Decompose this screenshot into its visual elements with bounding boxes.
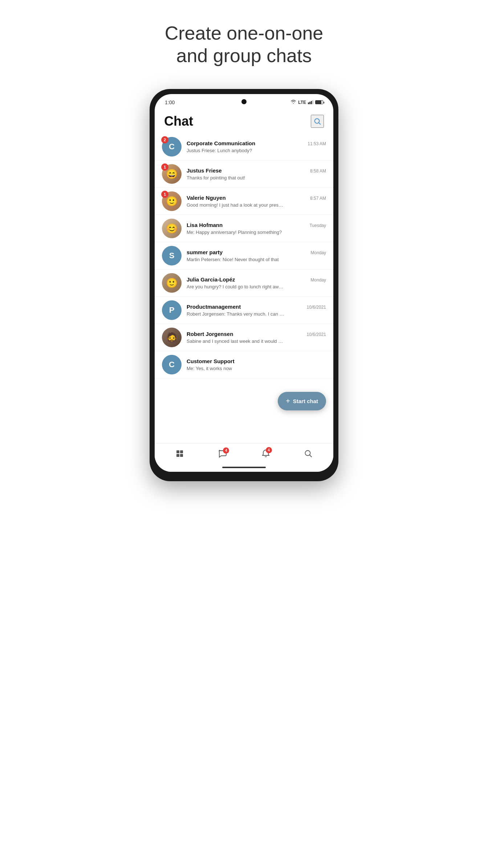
lte-indicator: LTE (298, 100, 306, 105)
camera-notch (241, 99, 247, 104)
avatar-container: C 2 (162, 137, 182, 157)
svg-line-7 (310, 455, 312, 457)
chat-item[interactable]: 🙂 Julia Garcia-Lopéz Monday Are you hung… (155, 269, 333, 297)
unread-badge: 2 (161, 136, 168, 143)
plus-icon: + (286, 397, 290, 405)
avatar-container: P (162, 300, 182, 320)
chat-name: summer party (187, 249, 223, 255)
phone-frame: 1:00 LTE (150, 89, 338, 481)
chat-preview: Robert Jorgensen: Thanks very much. I ca… (187, 311, 326, 317)
status-icons: LTE (290, 100, 323, 105)
avatar: P (162, 300, 182, 320)
search-nav-icon (304, 450, 312, 460)
app-header: Chat (155, 108, 333, 133)
chat-content: Valerie Nguyen 8:57 AM Good morning! I j… (187, 195, 326, 208)
chat-top: Customer Support (187, 358, 326, 364)
chat-item[interactable]: 🧔 Robert Jorgensen 10/6/2021 Sabine and … (155, 324, 333, 351)
avatar-container: 🙂 1 (162, 191, 182, 211)
home-indicator (155, 464, 333, 472)
chat-top: Lisa Hofmann Tuesday (187, 222, 326, 228)
unread-badge: 1 (161, 163, 168, 171)
svg-rect-3 (180, 450, 183, 453)
nav-grid[interactable] (171, 448, 189, 461)
chat-name: Lisa Hofmann (187, 222, 223, 228)
svg-rect-4 (176, 454, 179, 457)
chat-top: Valerie Nguyen 8:57 AM (187, 195, 326, 201)
chat-name: Customer Support (187, 358, 235, 364)
chat-time: Tuesday (309, 223, 326, 228)
chat-content: Customer Support Me: Yes, it works now (187, 358, 326, 371)
phone-screen: 1:00 LTE (155, 94, 333, 472)
chat-preview: Me: Happy anniversary! Planning somethin… (187, 230, 326, 235)
nav-chat[interactable]: 4 (213, 448, 232, 461)
chat-top: summer party Monday (187, 249, 326, 255)
chat-preview: Justus Friese: Lunch anybody? (187, 148, 326, 153)
chat-name: Productmanagement (187, 304, 241, 310)
chat-name: Julia Garcia-Lopéz (187, 276, 235, 283)
avatar-container: 🙂 (162, 273, 182, 293)
grid-icon (176, 450, 184, 460)
chat-item[interactable]: C 2 Corporate Communication 11:53 AM Jus… (155, 133, 333, 161)
status-time: 1:00 (165, 100, 175, 105)
start-chat-button[interactable]: + Start chat (278, 392, 326, 410)
chat-icon: 4 (218, 450, 227, 460)
chat-content: Justus Friese 8:58 AM Thanks for pointin… (187, 167, 326, 181)
chat-content: summer party Monday Martin Petersen: Nic… (187, 249, 326, 262)
svg-line-1 (319, 123, 320, 124)
page-headline: Create one-on-one and group chats (165, 22, 324, 67)
chat-preview: Me: Yes, it works now (187, 366, 326, 371)
svg-rect-2 (176, 450, 179, 453)
chat-time: Monday (310, 250, 326, 255)
avatar: S (162, 246, 182, 265)
bell-badge: 4 (266, 447, 272, 453)
start-chat-label: Start chat (293, 398, 318, 404)
signal-icon (308, 100, 313, 104)
avatar: C (162, 355, 182, 374)
chat-name: Robert Jorgensen (187, 331, 233, 337)
chat-top: Corporate Communication 11:53 AM (187, 140, 326, 146)
chat-badge: 4 (223, 447, 229, 454)
avatar-container: C (162, 355, 182, 374)
chat-time: 8:57 AM (310, 196, 326, 201)
chat-time: 10/6/2021 (307, 332, 326, 337)
avatar-container: 😊 (162, 219, 182, 238)
chat-item[interactable]: P Productmanagement 10/6/2021 Robert Jor… (155, 297, 333, 324)
chat-name: Valerie Nguyen (187, 195, 226, 201)
chat-item[interactable]: S summer party Monday Martin Petersen: N… (155, 242, 333, 269)
chat-name: Corporate Communication (187, 140, 255, 146)
svg-rect-5 (180, 454, 183, 457)
chat-item[interactable]: 🙂 1 Valerie Nguyen 8:57 AM Good morning!… (155, 188, 333, 215)
home-bar (222, 467, 266, 468)
chat-content: Robert Jorgensen 10/6/2021 Sabine and I … (187, 331, 326, 344)
chat-time: 10/6/2021 (307, 305, 326, 310)
chat-content: Lisa Hofmann Tuesday Me: Happy anniversa… (187, 222, 326, 235)
bottom-navigation: 4 4 (155, 443, 333, 464)
chat-preview: Thanks for pointing that out! (187, 175, 326, 181)
chat-top: Julia Garcia-Lopéz Monday (187, 276, 326, 283)
chat-content: Corporate Communication 11:53 AM Justus … (187, 140, 326, 153)
nav-bell[interactable]: 4 (257, 448, 275, 462)
nav-search[interactable] (299, 448, 317, 461)
chat-preview: Sabine and I synced last week and it wou… (187, 338, 326, 344)
avatar: 🧔 (162, 328, 182, 347)
bell-icon: 4 (262, 449, 270, 460)
chat-top: Productmanagement 10/6/2021 (187, 304, 326, 310)
chat-preview: Are you hungry? I could go to lunch righ… (187, 284, 326, 289)
avatar-container: 🧔 (162, 328, 182, 347)
chat-time: 8:58 AM (310, 169, 326, 174)
avatar-container: 😄 1 (162, 164, 182, 184)
avatar: 😊 (162, 219, 182, 238)
chat-preview: Good morning! I just had a look at your … (187, 202, 326, 208)
chat-item[interactable]: 😊 Lisa Hofmann Tuesday Me: Happy anniver… (155, 215, 333, 242)
avatar: 🙂 (162, 273, 182, 293)
chat-item[interactable]: C Customer Support Me: Yes, it works now (155, 351, 333, 378)
chat-preview: Martin Petersen: Nice! Never thought of … (187, 257, 326, 262)
chat-content: Productmanagement 10/6/2021 Robert Jorge… (187, 304, 326, 317)
chat-name: Justus Friese (187, 167, 222, 174)
chat-item[interactable]: 😄 1 Justus Friese 8:58 AM Thanks for poi… (155, 161, 333, 188)
chat-top: Justus Friese 8:58 AM (187, 167, 326, 174)
chat-time: Monday (310, 277, 326, 283)
search-button[interactable] (311, 115, 324, 128)
avatar-container: S (162, 246, 182, 265)
chat-top: Robert Jorgensen 10/6/2021 (187, 331, 326, 337)
